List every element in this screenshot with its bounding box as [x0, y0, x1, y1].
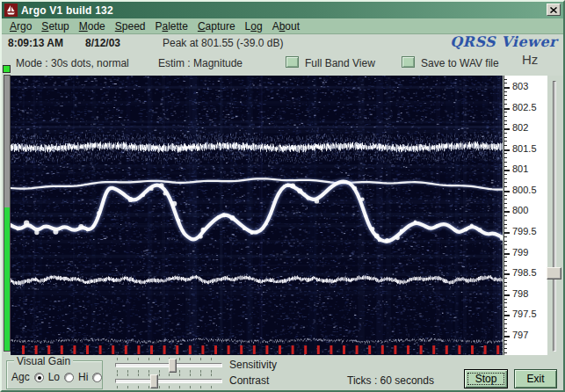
spectrogram-display: [11, 76, 503, 355]
freq-tick: [504, 261, 507, 262]
freq-label-801.5: 801.5: [512, 143, 537, 154]
freq-label-798: 798: [512, 288, 528, 299]
freq-tick: [504, 323, 507, 324]
frequency-slider-track[interactable]: [553, 81, 556, 352]
freq-tick: [504, 83, 507, 83]
freq-tick: [504, 273, 510, 275]
freq-label-799.5: 799.5: [512, 226, 537, 236]
freq-tick: [504, 141, 507, 142]
level-indicator: [4, 75, 11, 352]
freq-tick: [504, 236, 507, 237]
radio-label-agc: Agc: [11, 371, 30, 383]
close-icon: [550, 7, 557, 13]
contrast-ticks-bottom: [117, 386, 221, 388]
freq-tick: [504, 215, 507, 216]
freq-tick: [504, 116, 507, 117]
contrast-slider-thumb[interactable]: [150, 374, 158, 388]
freq-tick: [504, 278, 507, 279]
freq-tick: [504, 207, 507, 208]
freq-tick: [504, 170, 510, 171]
freq-tick: [504, 270, 507, 271]
freq-tick: [504, 224, 507, 225]
menu-speed[interactable]: Speed: [115, 20, 146, 33]
freq-label-797: 797: [512, 330, 528, 340]
freq-tick: [504, 299, 507, 300]
freq-unit-label: Hz: [522, 52, 538, 67]
freq-label-798.5: 798.5: [512, 267, 537, 278]
toolbar: Mode : 30s dots, normal Estim : Magnitud…: [2, 51, 563, 76]
freq-label-800.5: 800.5: [512, 185, 537, 195]
freq-label-800: 800: [512, 205, 528, 215]
save-wav-label: Save to WAV file: [421, 57, 499, 69]
freq-tick: [504, 124, 507, 125]
ticks-interval-label: Ticks : 60 seconds: [347, 374, 434, 387]
menu-capture[interactable]: Capture: [198, 20, 235, 33]
freq-tick: [504, 128, 510, 130]
full-band-view-label: Full Band View: [305, 57, 375, 69]
status-bar: 8:09:13 AM 8/12/03 Peak at 801.55 (-39.0…: [2, 35, 563, 51]
freq-tick: [504, 191, 510, 192]
freq-tick: [504, 328, 507, 329]
radio-label-hi: Hi: [78, 371, 88, 383]
freq-tick: [504, 186, 507, 187]
menu-argo[interactable]: Argo: [10, 20, 32, 33]
freq-tick: [504, 87, 510, 89]
freq-tick: [504, 257, 507, 258]
full-band-view-toggle[interactable]: [286, 56, 299, 68]
radio-hi[interactable]: [92, 373, 102, 382]
freq-label-797.5: 797.5: [512, 309, 537, 319]
stop-button-label: Stop: [475, 373, 497, 385]
freq-label-799: 799: [512, 247, 528, 258]
clock-date: 8/12/03: [85, 37, 120, 49]
freq-tick: [504, 104, 507, 105]
freq-label-802: 802: [512, 122, 528, 133]
frequency-slider-thumb[interactable]: [547, 267, 561, 279]
visual-gain-group: Visual Gain AgcLoHi: [6, 360, 103, 389]
freq-tick: [504, 307, 507, 308]
freq-tick: [504, 232, 510, 234]
freq-tick: [504, 294, 510, 296]
freq-tick: [504, 282, 507, 283]
menu-setup[interactable]: Setup: [41, 20, 69, 33]
freq-tick: [504, 182, 507, 183]
contrast-slider-track[interactable]: [115, 379, 222, 383]
titlebar[interactable]: Argo V1 build 132: [2, 2, 563, 18]
freq-tick: [504, 108, 510, 110]
save-wav-toggle[interactable]: [402, 56, 415, 68]
level-indicator-fill: [4, 207, 10, 351]
stop-button[interactable]: Stop: [464, 369, 508, 388]
close-button[interactable]: [547, 4, 561, 16]
sensitivity-slider-thumb[interactable]: [169, 359, 177, 373]
freq-tick: [504, 265, 507, 266]
freq-label-801: 801: [512, 163, 528, 174]
contrast-ticks-top: [117, 374, 221, 376]
freq-tick: [504, 331, 507, 332]
freq-tick: [504, 241, 507, 242]
window-title: Argo V1 build 132: [21, 4, 113, 17]
radio-label-lo: Lo: [48, 371, 60, 383]
exit-button-label: Exit: [526, 373, 544, 385]
qrss-viewer-logo: QRSS Viewer: [450, 33, 557, 50]
freq-tick: [504, 244, 507, 245]
freq-tick: [504, 149, 510, 151]
menu-palette[interactable]: Palette: [155, 20, 187, 33]
menu-about[interactable]: About: [272, 20, 300, 33]
menu-bar: ArgoSetupModeSpeedPaletteCaptureLogAbout: [2, 18, 563, 34]
freq-tick: [504, 348, 507, 349]
estim-readout: Estim : Magnitude: [158, 57, 243, 69]
freq-tick: [504, 137, 507, 138]
menu-log[interactable]: Log: [245, 20, 263, 33]
radio-lo[interactable]: [64, 373, 74, 382]
freq-tick: [504, 249, 507, 250]
freq-tick: [504, 166, 507, 167]
freq-tick: [504, 178, 507, 179]
menu-mode[interactable]: Mode: [79, 20, 105, 33]
signal-led: [3, 65, 11, 73]
frequency-scale: 803802.5802801.5801800.5800799.5799798.5…: [503, 76, 547, 355]
freq-tick: [504, 203, 507, 204]
freq-tick: [504, 315, 510, 316]
exit-button[interactable]: Exit: [514, 369, 557, 388]
freq-tick: [504, 319, 507, 320]
freq-tick: [504, 145, 507, 146]
radio-agc[interactable]: [34, 373, 44, 382]
